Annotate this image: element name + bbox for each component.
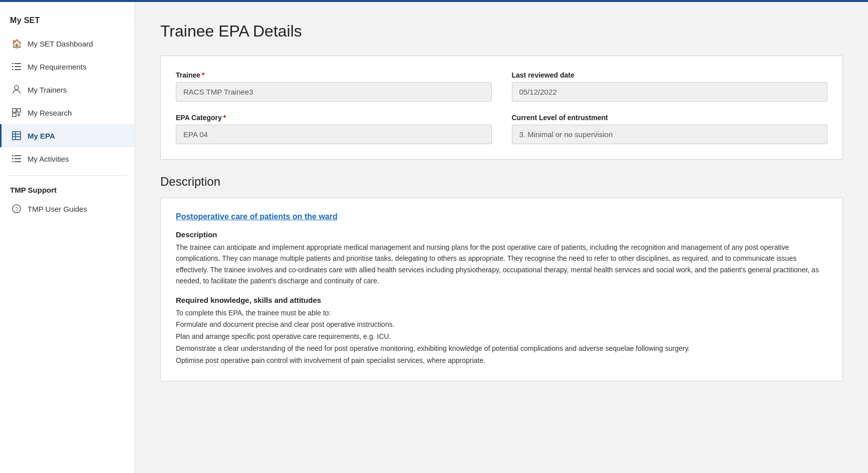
svg-rect-7 <box>13 109 16 112</box>
form-row-1: Trainee* RACS TMP Trainee3 Last reviewed… <box>176 71 827 102</box>
current-level-group: Current Level of entrustment 3. Minimal … <box>512 114 828 144</box>
svg-rect-8 <box>17 109 21 112</box>
sidebar-item-label: My Trainers <box>28 86 67 94</box>
sidebar-item-label: My Research <box>28 109 72 117</box>
epa-category-label: EPA Category* <box>176 114 492 122</box>
skill-item: Formulate and document precise and clear… <box>176 319 827 331</box>
sidebar-item-research[interactable]: My Research <box>0 101 135 124</box>
skills-title: Required knowledge, skills and attitudes <box>176 296 827 304</box>
last-reviewed-input: 05/12/2022 <box>512 82 828 102</box>
last-reviewed-group: Last reviewed date 05/12/2022 <box>512 71 828 102</box>
help-icon: ? <box>12 204 22 214</box>
sidebar-item-user-guides[interactable]: ? TMP User Guides <box>0 197 135 220</box>
last-reviewed-label: Last reviewed date <box>512 71 828 79</box>
svg-point-6 <box>15 86 19 90</box>
skill-item: Plan and arrange specific post operative… <box>176 331 827 343</box>
svg-rect-18 <box>12 158 14 159</box>
home-icon: 🏠 <box>12 39 22 49</box>
svg-rect-17 <box>15 155 21 156</box>
sidebar: My SET 🏠 My SET Dashboard My Requirement… <box>0 2 135 473</box>
sidebar-title: My SET <box>0 7 135 32</box>
sidebar-item-activities[interactable]: My Activities <box>0 147 135 170</box>
person-icon <box>12 85 22 95</box>
svg-rect-1 <box>15 63 21 64</box>
svg-rect-16 <box>12 155 14 156</box>
sidebar-item-label: TMP User Guides <box>28 205 87 213</box>
epa-link[interactable]: Postoperative care of patients on the wa… <box>176 212 827 221</box>
sidebar-item-epa[interactable]: My EPA <box>0 124 135 147</box>
form-row-2: EPA Category* EPA 04 Current Level of en… <box>176 114 827 144</box>
sidebar-item-label: My Activities <box>28 155 69 163</box>
skills-list: Formulate and document precise and clear… <box>176 319 827 366</box>
desc-text: The trainee can anticipate and implement… <box>176 242 827 287</box>
sidebar-divider <box>8 175 127 176</box>
sidebar-item-label: My Requirements <box>28 63 87 71</box>
svg-text:?: ? <box>16 206 19 212</box>
trainee-input: RACS TMP Trainee3 <box>176 82 492 102</box>
svg-rect-9 <box>13 113 16 117</box>
description-section-title: Description <box>160 175 843 189</box>
skill-item: Demonstrate a clear understanding of the… <box>176 343 827 355</box>
svg-rect-19 <box>15 158 21 159</box>
skill-item: Optimise post operative pain control wit… <box>176 355 827 367</box>
page-title: Trainee EPA Details <box>160 22 843 41</box>
sidebar-item-dashboard[interactable]: 🏠 My SET Dashboard <box>0 32 135 55</box>
description-card: Postoperative care of patients on the wa… <box>160 198 843 381</box>
svg-rect-4 <box>12 69 14 70</box>
main-content: Trainee EPA Details Trainee* RACS TMP Tr… <box>135 2 868 473</box>
sidebar-item-trainers[interactable]: My Trainers <box>0 78 135 101</box>
skills-intro: To complete this EPA, the trainee must b… <box>176 307 827 319</box>
svg-rect-0 <box>12 63 14 64</box>
list-icon <box>12 62 22 72</box>
epa-category-group: EPA Category* EPA 04 <box>176 114 492 144</box>
svg-rect-20 <box>12 161 14 162</box>
svg-rect-2 <box>12 66 14 67</box>
table-icon <box>12 131 22 141</box>
form-card: Trainee* RACS TMP Trainee3 Last reviewed… <box>160 56 843 160</box>
svg-rect-5 <box>15 69 21 70</box>
desc-title: Description <box>176 230 827 239</box>
trainee-label: Trainee* <box>176 71 492 79</box>
grid-plus-icon <box>12 108 22 118</box>
epa-category-input: EPA 04 <box>176 125 492 144</box>
current-level-label: Current Level of entrustment <box>512 114 828 122</box>
svg-rect-3 <box>15 66 21 67</box>
activities-icon <box>12 154 22 164</box>
sidebar-item-label: My SET Dashboard <box>28 40 93 48</box>
trainee-group: Trainee* RACS TMP Trainee3 <box>176 71 492 102</box>
svg-rect-21 <box>15 161 21 162</box>
sidebar-item-requirements[interactable]: My Requirements <box>0 55 135 78</box>
current-level-input: 3. Minimal or no supervision <box>512 125 828 144</box>
support-section-title: TMP Support <box>0 181 135 197</box>
svg-rect-12 <box>13 132 21 140</box>
sidebar-item-label: My EPA <box>28 132 55 140</box>
